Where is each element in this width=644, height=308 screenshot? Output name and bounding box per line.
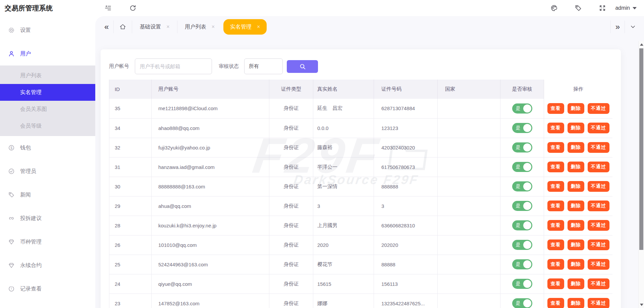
sidebar-item-wallet[interactable]: $ 钱包 <box>0 136 95 160</box>
cell-cert-no: 202020 <box>374 235 438 255</box>
table-row: 31 hanzawa.iad@gmail.com 身份证 半澤公一 617506… <box>109 157 613 177</box>
delete-button[interactable]: 删除 <box>568 181 584 192</box>
tabs-scroll-left-icon[interactable]: « <box>102 23 111 31</box>
delete-button[interactable]: 删除 <box>568 162 584 172</box>
cell-cert-type: 身份证 <box>269 196 313 216</box>
reject-button[interactable]: 不通过 <box>588 123 609 133</box>
sidebar-item-user-list[interactable]: 用户列表 <box>0 67 95 84</box>
search-button[interactable] <box>287 60 318 73</box>
view-button[interactable]: 查看 <box>547 278 564 289</box>
reject-button[interactable]: 不通过 <box>588 201 609 211</box>
view-button[interactable]: 查看 <box>547 142 564 153</box>
audit-toggle[interactable]: 是 <box>512 279 532 289</box>
theme-palette-icon[interactable] <box>550 4 558 12</box>
close-icon[interactable]: × <box>166 24 169 30</box>
gear-icon <box>8 27 15 34</box>
refresh-icon[interactable] <box>129 4 137 12</box>
fullscreen-icon[interactable] <box>598 4 606 12</box>
audit-toggle[interactable]: 是 <box>512 298 532 308</box>
tabs-dropdown-icon[interactable] <box>628 24 638 30</box>
delete-button[interactable]: 删除 <box>568 278 584 289</box>
reject-button[interactable]: 不通过 <box>588 298 609 308</box>
cell-cert-type: 身份证 <box>269 274 313 294</box>
reject-button[interactable]: 不通过 <box>588 278 609 289</box>
scrollbar-thumb[interactable] <box>639 48 643 250</box>
sidebar-item-news[interactable]: 新闻 <box>0 183 95 207</box>
view-button[interactable]: 查看 <box>547 162 564 172</box>
view-button[interactable]: 查看 <box>547 181 564 192</box>
status-select[interactable]: 所有 <box>244 58 283 74</box>
user-menu[interactable]: admin <box>615 5 637 11</box>
tab-basic-settings[interactable]: 基础设置 × <box>135 19 174 35</box>
audit-toggle[interactable]: 是 <box>512 220 532 230</box>
dollar-circle-icon: $ <box>8 144 15 151</box>
sidebar-item-admin[interactable]: 管理员 <box>0 160 95 183</box>
delete-button[interactable]: 删除 <box>568 220 584 231</box>
cell-cert-type: 身份证 <box>269 294 313 308</box>
delete-button[interactable]: 删除 <box>568 142 584 153</box>
home-icon[interactable] <box>116 23 129 31</box>
sidebar-item-records[interactable]: 记录查看 <box>0 277 95 301</box>
delete-button[interactable]: 删除 <box>568 239 584 250</box>
sidebar-item-member-relation[interactable]: 会员关系图 <box>0 101 95 118</box>
scrollbar-up-arrow[interactable] <box>639 42 644 47</box>
view-button[interactable]: 查看 <box>547 103 564 114</box>
reject-button[interactable]: 不通过 <box>588 220 609 231</box>
account-input[interactable] <box>135 58 212 74</box>
tag-icon[interactable] <box>574 4 582 12</box>
sidebar-item-users[interactable]: 用户 <box>0 42 95 65</box>
audit-toggle[interactable]: 是 <box>512 240 532 250</box>
realname-table: ID 用户账号 证件类型 真实姓名 证件号码 国家 是否审核 操作 35 me1… <box>109 80 612 308</box>
toggle-knob <box>523 241 531 249</box>
audit-toggle[interactable]: 是 <box>512 201 532 211</box>
close-icon[interactable]: × <box>257 24 260 30</box>
audit-toggle[interactable]: 是 <box>512 181 532 191</box>
reject-button[interactable]: 不通过 <box>588 181 609 192</box>
sidebar-item-perpetual-contract[interactable]: 永续合约 <box>0 254 95 277</box>
view-button[interactable]: 查看 <box>547 201 564 211</box>
audit-toggle[interactable]: 是 <box>512 103 532 114</box>
scrollbar-down-arrow[interactable] <box>639 302 644 307</box>
sidebar-item-settings[interactable]: 设置 <box>0 18 95 42</box>
reject-button[interactable]: 不通过 <box>588 103 609 114</box>
audit-toggle[interactable]: 是 <box>512 259 532 269</box>
tabs-scroll-right-icon[interactable]: » <box>613 23 622 31</box>
toggle-on-label: 是 <box>516 183 521 189</box>
view-button[interactable]: 查看 <box>547 123 564 133</box>
sidebar-item-member-level[interactable]: 会员等级 <box>0 118 95 134</box>
delete-button[interactable]: 删除 <box>568 259 584 270</box>
close-icon[interactable]: × <box>212 24 215 30</box>
view-button[interactable]: 查看 <box>547 220 564 231</box>
cell-real-name: 2020 <box>313 235 374 255</box>
toggle-knob <box>523 182 531 190</box>
svg-text:$: $ <box>10 146 12 150</box>
tab-user-list[interactable]: 用户列表 × <box>180 19 219 35</box>
audit-toggle[interactable]: 是 <box>512 142 532 152</box>
page-scrollbar[interactable] <box>638 41 644 308</box>
cell-country <box>438 216 500 235</box>
reject-button[interactable]: 不通过 <box>588 142 609 153</box>
cell-country <box>438 118 500 138</box>
audit-toggle[interactable]: 是 <box>512 162 532 172</box>
sidebar-item-feedback[interactable]: 投拆建议 <box>0 207 95 230</box>
collapse-sidebar-icon[interactable] <box>104 4 112 12</box>
table-row: 24 qiyue@qq.com 身份证 15615 156113 是 查看删除不… <box>109 274 613 294</box>
view-button[interactable]: 查看 <box>547 259 564 270</box>
tab-realname-management[interactable]: 实名管理 × <box>223 19 267 35</box>
app-header: 交易所管理系统 admin <box>0 0 644 16</box>
audit-toggle[interactable]: 是 <box>512 123 532 133</box>
delete-button[interactable]: 删除 <box>568 123 584 133</box>
table-row: 25 524244963@163.com 身份证 樱花节 88888 是 查看删… <box>109 255 613 274</box>
sidebar-item-coin-management[interactable]: 币种管理 <box>0 230 95 254</box>
sidebar-item-realname-management[interactable]: 实名管理 <box>0 84 95 101</box>
view-button[interactable]: 查看 <box>547 298 564 308</box>
view-button[interactable]: 查看 <box>547 239 564 250</box>
reject-button[interactable]: 不通过 <box>588 162 609 172</box>
delete-button[interactable]: 删除 <box>568 201 584 211</box>
reject-button[interactable]: 不通过 <box>588 259 609 270</box>
delete-button[interactable]: 删除 <box>568 103 584 114</box>
reject-button[interactable]: 不通过 <box>588 239 609 250</box>
diamond-icon <box>8 238 15 245</box>
delete-button[interactable]: 删除 <box>568 298 584 308</box>
table-row: 28 kouzuki.k@hi3.enjoy.ne.jp 身份证 上月國男 63… <box>109 216 613 235</box>
